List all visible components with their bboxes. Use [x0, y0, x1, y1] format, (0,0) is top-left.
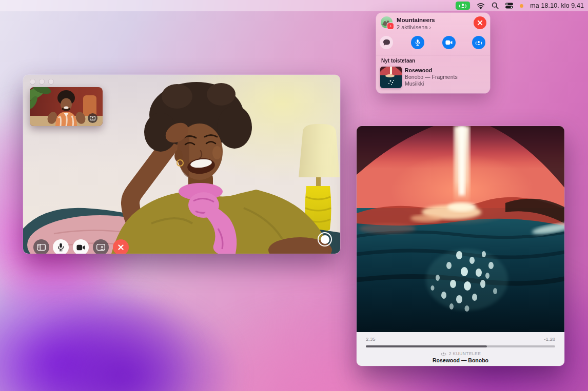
mic-icon: [415, 39, 420, 46]
now-playing-thumbnail[interactable]: [380, 67, 402, 88]
now-playing-label: Nyt toistetaan: [381, 58, 415, 64]
album-art: [357, 126, 564, 332]
mute-microphone-button[interactable]: [53, 239, 69, 254]
facetime-window: [23, 75, 340, 254]
messages-button[interactable]: [380, 36, 393, 49]
screen-share-button[interactable]: [93, 239, 109, 254]
remaining-time: -1.28: [544, 336, 555, 342]
recording-indicator-dot: [520, 4, 523, 8]
self-video-pip[interactable]: [30, 87, 103, 126]
progress-bar[interactable]: [366, 345, 555, 347]
progress-fill: [366, 345, 487, 347]
shareplay-popup: ♪ Mountaineers 2 aktiivisena›: [376, 13, 490, 93]
shareplay-icon: [475, 40, 483, 46]
track-title-line: Rosewood — Bonobo: [357, 357, 564, 363]
menu-bar: ma 18.10. klo 9.41: [0, 0, 588, 11]
close-window-button[interactable]: [30, 79, 35, 85]
sidebar-toggle-button[interactable]: [33, 239, 49, 254]
video-call-button[interactable]: [442, 36, 456, 49]
music-note-badge: ♪: [387, 23, 394, 29]
track-artist-album: Bonobo — Fragments: [405, 74, 458, 80]
search-icon[interactable]: [492, 0, 499, 11]
desktop: ma 18.10. klo 9.41: [0, 0, 588, 391]
pip-person-badge-icon: [88, 113, 97, 123]
group-avatar: ♪: [381, 16, 393, 28]
minimize-window-button[interactable]: [39, 79, 45, 85]
traffic-lights: [30, 79, 54, 85]
popup-divider: [376, 55, 490, 55]
capture-photo-button[interactable]: [318, 232, 332, 246]
camera-icon: [445, 40, 453, 45]
control-center-icon[interactable]: [505, 0, 513, 11]
chat-bubble-icon: [383, 39, 390, 46]
chevron-right-icon: ›: [429, 24, 432, 30]
listeners-row: 2 KUUNTELEE: [357, 351, 564, 356]
close-popup-button[interactable]: [474, 16, 486, 29]
microphone-button[interactable]: [411, 36, 424, 49]
music-player-window: 2.35 -1.28 2 KUUNTELEE Rosewood — Bonobo: [357, 126, 564, 366]
active-participants-link[interactable]: 2 aktiivisena›: [397, 24, 431, 30]
camera-toggle-button[interactable]: [73, 239, 89, 254]
now-playing-info: Rosewood Bonobo — Fragments Musiikki: [405, 67, 458, 87]
wallpaper-swirl: [0, 253, 292, 391]
menu-clock[interactable]: ma 18.10. klo 9.41: [530, 0, 584, 11]
shareplay-status-icon[interactable]: [456, 2, 470, 10]
shareplay-button[interactable]: [472, 36, 485, 49]
shareplay-listeners-icon: [440, 352, 447, 356]
player-bar: 2.35 -1.28 2 KUUNTELEE Rosewood — Bonobo: [357, 332, 564, 366]
group-name: Mountaineers: [397, 17, 435, 23]
track-title: Rosewood: [405, 67, 458, 74]
wifi-icon[interactable]: [477, 0, 485, 11]
listeners-label: 2 KUUNTELEE: [449, 351, 481, 356]
end-call-button[interactable]: [113, 239, 129, 254]
zoom-window-button[interactable]: [48, 79, 54, 85]
elapsed-time: 2.35: [366, 336, 376, 342]
track-app: Musiikki: [405, 80, 458, 87]
shutter-inner-circle: [321, 235, 329, 244]
